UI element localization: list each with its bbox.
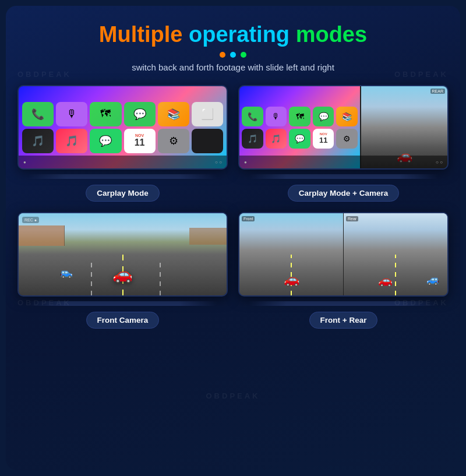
rear-half-screen: 🚗 🚙 Rear [344,213,447,295]
road-right-line [160,263,161,295]
app-book-icon: 📚 [158,102,189,126]
app-whatsapp-sm: 💬 [289,129,310,149]
screen-front-camera: 🚗 🚙 REC ● [17,212,228,297]
dot-orange [220,52,225,58]
building-left [19,225,65,246]
car-front-left: 🚙 [60,266,73,279]
device-stand-front-camera [28,301,217,306]
device-stand-carplay-camera [249,174,438,179]
dot-green [241,52,246,58]
screen-front-rear: 🚗 Front 🚗 🚙 Rear [238,212,449,297]
car-front-center: 🚗 [112,265,133,284]
screen-status-left2: ● [244,160,247,165]
app-messages-icon: 💬 [124,102,156,126]
car-rear-left: 🚗 [378,273,393,287]
app-phone-sm: 📞 [242,107,263,126]
front-label-overlay: Front [242,216,255,221]
building-right [189,228,227,244]
front-half-screen: 🚗 Front [239,213,344,295]
screen-carplay-camera: 📞 🎙 🗺 💬 📚 🎵 🎵 💬 NOV11 ⚙ [238,85,449,170]
app-podcast-sm: 🎙 [266,107,287,126]
watermark-bc: OBDPEAK [206,392,260,400]
car-rear-right: 🚙 [426,273,439,286]
title-part3: modes [296,22,367,47]
title-part1: Multiple [99,22,183,47]
dot-blue [230,52,236,58]
app-settings-icon: ⚙ [158,129,189,153]
camera-label-overlay: REAR [430,89,445,94]
app-maps-sm: 🗺 [289,107,310,126]
screen-bottom-bar-carplay-camera: ● ○ ○ [239,156,447,168]
mode-label-carplay: Carplay Mode [86,185,160,202]
modes-grid: 📞 🎙 🗺 💬 📚 ⬜ 🎵 🎵 💬 NOV11 ⚙ [17,85,449,329]
page-subtitle: switch back and forth footage with slide… [132,62,334,72]
rear-road-line [395,255,396,296]
app-nowplaying-sm: 🎵 [242,129,263,149]
mode-card-carplay-camera: 📞 🎙 🗺 💬 📚 🎵 🎵 💬 NOV11 ⚙ [238,85,449,202]
split-screen: 🚗 Front 🚗 🚙 Rear [239,213,447,295]
mode-card-front-camera: 🚗 🚙 REC ● Front Camera [17,212,228,329]
mode-label-front-camera: Front Camera [86,312,160,329]
decorative-dots [220,52,246,58]
title-part2: operating [189,22,290,47]
screen-bottom-bar-carplay: ● ○ ○ [19,156,227,168]
app-book-sm: 📚 [336,107,358,126]
mode-label-carplay-camera: Carplay Mode + Camera [288,185,399,202]
mode-card-carplay: 📞 🎙 🗺 💬 📚 ⬜ 🎵 🎵 💬 NOV11 ⚙ [17,85,228,202]
front-rear-screen: 🚗 Front 🚗 🚙 Rear [239,213,447,295]
app-settings-sm: ⚙ [336,129,358,149]
app-music-icon: 🎵 [56,129,87,153]
app-calendar-icon: NOV11 [124,129,156,153]
app-messages-sm: 💬 [313,107,334,126]
app-music-sm: 🎵 [266,129,287,149]
app-blank-icon [192,129,223,153]
app-phone-icon: 📞 [22,102,54,126]
screen-status-right: ○ ○ [215,160,222,165]
app-whatsapp-icon: 💬 [90,129,121,153]
app-nowplaying-icon: 🎵 [22,129,54,153]
app-calendar-sm: NOV11 [313,129,334,149]
mode-label-front-rear: Front + Rear [309,312,378,329]
screen-carplay: 📞 🎙 🗺 💬 📚 ⬜ 🎵 🎵 💬 NOV11 ⚙ [17,85,228,170]
screen-status-left: ● [23,160,26,165]
page-title: Multiple operating modes [99,22,367,47]
rear-label-overlay: Rear [346,216,358,221]
device-stand-front-rear [249,301,438,306]
app-maps-icon: 🗺 [90,102,121,126]
mode-card-front-rear: 🚗 Front 🚗 🚙 Rear Fr [238,212,449,329]
app-extra-icon: ⬜ [192,102,223,126]
main-container: OBDPEAK OBDPEAK OBDPEAK OBDPEAK OBDPEAK … [6,6,460,470]
screen-status-right2: ○ ○ [436,160,443,165]
app-podcast-icon: 🎙 [56,102,87,126]
front-camera-screen: 🚗 🚙 REC ● [19,213,227,295]
device-stand-carplay [28,174,217,179]
road-left-line [91,263,92,295]
watermark-tl: OBDPEAK [17,70,72,79]
car-front-rear-left: 🚗 [284,272,299,287]
watermark-tr: OBDPEAK [394,70,449,79]
cam-overlay-front: REC ● [22,217,39,223]
